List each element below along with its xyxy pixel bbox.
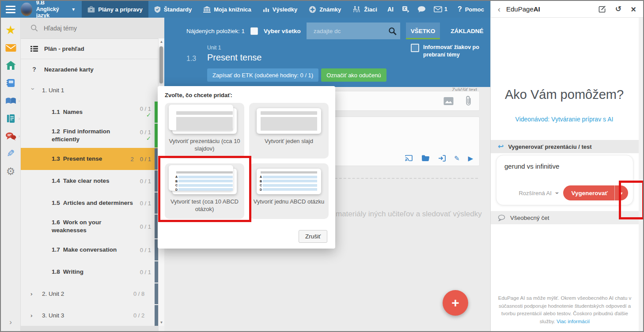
select-all-checkbox[interactable] <box>250 27 258 35</box>
history-icon[interactable]: ↺ <box>615 5 621 13</box>
chevron-down-icon: › <box>30 88 37 93</box>
materials-rail-button[interactable]: › <box>1 109 20 127</box>
ai-disclaimer: EduPage AI sa môže mýliť. Okrem všeobecn… <box>496 294 633 326</box>
option-create-single-question[interactable]: A B C D Vytvoriť jednu ABCD otázku <box>249 163 329 219</box>
tree-horizontal-scrollbar[interactable] <box>21 326 159 331</box>
play-icon[interactable]: ▶ <box>468 155 473 162</box>
new-chat-icon[interactable] <box>599 5 606 13</box>
tree-item-1-8[interactable]: 1.8Writing 0 / 1 <box>21 261 164 283</box>
rail-expand-hint: › <box>19 98 20 103</box>
filter-tab-all[interactable]: VŠETKO <box>406 23 440 39</box>
option-create-presentation[interactable]: Vytvoriť prezentáciu (cca 10 slajdov) <box>165 103 244 158</box>
inform-students-control[interactable]: Informovať žiakov po prebraní témy <box>411 44 481 59</box>
close-panel-icon[interactable]: × <box>631 5 636 14</box>
plan-overview-item[interactable]: Plán - prehľad <box>21 39 164 59</box>
option-create-single-slide[interactable]: Vytvoriť jeden slajd <box>249 103 329 158</box>
cast-icon[interactable] <box>405 155 413 162</box>
class-name-line2: Anglický jazyk <box>36 6 68 19</box>
notes-rail-button[interactable]: ✎ <box>1 145 20 162</box>
messages-count-badge: 1 <box>444 6 447 12</box>
chevron-right-icon: › <box>30 312 36 319</box>
tab-grades[interactable]: Známky <box>303 1 347 18</box>
tab-label: Žiaci <box>364 6 377 13</box>
left-icon-rail: ★ › › › ✎ ⚙ › <box>1 18 21 331</box>
settings-rail-button[interactable]: ⚙ <box>1 162 20 180</box>
more-info-link[interactable]: Viac informácií <box>557 319 590 324</box>
model-selector[interactable]: Rozšírená AI <box>519 190 551 196</box>
edupage-ai-title: EduPageAI <box>506 5 540 13</box>
tree-item-1-2[interactable]: 1.2Find information efficiently 0 / 1✓ <box>21 123 164 148</box>
model-caret-icon[interactable]: › <box>554 192 561 194</box>
cards-search-input[interactable] <box>313 27 388 35</box>
chat-button[interactable] <box>413 1 430 18</box>
topic-header: Nájdených položiek: 1 Vyber všetko VŠETK… <box>164 18 490 87</box>
scroll-up-icon[interactable]: ▲ <box>159 40 164 44</box>
tree-item-1-7[interactable]: 1.7Make conversation 0 / 1 <box>21 239 164 261</box>
item-number: 1.4 <box>52 177 60 184</box>
hamburger-menu-button[interactable] <box>1 1 20 18</box>
open-book-icon <box>5 97 16 105</box>
abcd-letter: A <box>175 175 178 178</box>
tree-item-1-3-selected[interactable]: 1.3Present tense 20 / 1 <box>21 148 164 170</box>
unit-label: 1. Unit 1 <box>42 87 64 94</box>
add-card-fab[interactable]: + <box>443 290 468 316</box>
folder-icon[interactable] <box>421 155 430 162</box>
cancel-button[interactable]: Zrušiť <box>299 230 327 243</box>
notebook-rail-button[interactable] <box>1 74 20 92</box>
tree-unit-3[interactable]: › 3. Unit 3 0 / 2 <box>21 305 164 326</box>
generate-section-title: Vygenerovať prezentáciu / test <box>508 143 591 150</box>
brand-bold: AI <box>534 5 540 13</box>
panel-back-icon[interactable]: ‹ <box>498 5 500 13</box>
mark-as-taught-button[interactable]: Označiť ako odučenú <box>321 68 386 82</box>
tab-plans-preparations[interactable]: Plány a prípravy <box>82 1 148 18</box>
tab-standards[interactable]: Štandardy <box>148 1 198 18</box>
image-icon[interactable] <box>443 97 454 105</box>
video-tutorial-link[interactable]: Videonávod: Vytváranie príprav s AI <box>491 116 638 123</box>
messages-button[interactable]: 1 <box>430 1 451 18</box>
home-rail-button[interactable] <box>1 57 20 74</box>
help-button[interactable]: ? Pomoc <box>451 5 490 13</box>
item-label: Writing <box>63 268 83 275</box>
item-count: 0 / 1 <box>140 178 151 185</box>
assign-icon[interactable] <box>438 155 446 162</box>
generate-button[interactable]: Vygenerovať <box>563 190 614 196</box>
tree-item-1-5[interactable]: 1.5Articles and determiners 0 / 1 <box>21 192 164 214</box>
library-rail-button[interactable]: › <box>1 92 20 109</box>
messages-rail-button[interactable]: › <box>1 127 20 145</box>
ai-menu-button[interactable]: AI <box>383 1 398 18</box>
tab-results[interactable]: Výsledky <box>257 1 303 18</box>
generate-section-header[interactable]: ↩ Vygenerovať prezentáciu / test <box>491 140 639 153</box>
topic-search-input[interactable] <box>43 24 160 32</box>
tree-item-1-6[interactable]: 1.6Work on your weaknesses 0 / 1 <box>21 214 164 239</box>
translate-button[interactable] <box>398 1 413 18</box>
search-icon <box>30 24 38 32</box>
filter-tab-basic[interactable]: ZÁKLADNÉ <box>446 23 488 39</box>
tab-students[interactable]: Žiaci <box>347 1 383 18</box>
mail-rail-button[interactable] <box>1 39 20 57</box>
favorites-button[interactable]: ★ <box>1 21 20 39</box>
class-selector[interactable]: 9.B Anglický jazyk ▾ <box>20 1 82 18</box>
tree-unit-2[interactable]: › 2. Unit 2 0 / 8 <box>21 283 164 305</box>
paperclip-icon[interactable] <box>466 96 471 106</box>
general-chat-section[interactable]: Všeobecný čet <box>491 211 639 224</box>
scrollbar-thumb[interactable] <box>159 46 163 83</box>
scroll-down-icon[interactable]: ▼ <box>159 321 164 324</box>
rail-expand-button[interactable]: › <box>9 318 12 327</box>
unassigned-cards-item[interactable]: ? Nezaradené karty <box>21 59 164 79</box>
inform-students-checkbox[interactable] <box>411 44 419 52</box>
modal-title: Zvoľte, čo chcete pridať: <box>165 92 328 98</box>
tab-my-library[interactable]: Moja knižnica <box>197 1 257 18</box>
tree-item-1-4[interactable]: 1.4Take clear notes 0 / 1 <box>21 170 164 192</box>
write-to-etk-button[interactable]: Zapísať do ETK (odučené hodiny: 0 / 1) <box>207 68 318 82</box>
item-label: Articles and determiners <box>63 200 133 206</box>
mail-icon <box>434 6 442 12</box>
edit-pencil-icon[interactable]: ✎ <box>454 155 460 162</box>
ai-panel-scrollbar[interactable] <box>639 18 643 331</box>
briefcase-icon <box>87 6 95 13</box>
generate-dropdown-button[interactable]: ▾ <box>615 191 628 196</box>
tree-item-1-1[interactable]: 1.1Names 0 / 1✓ <box>21 101 164 123</box>
tree-unit-1[interactable]: › 1. Unit 1 <box>21 79 164 101</box>
item-count: 0 / 1 <box>140 129 151 136</box>
option-create-test[interactable]: A B C D Vytvoriť test (cca 10 ABCD otázo… <box>165 163 244 219</box>
prompt-input[interactable]: gerund vs infinitive <box>496 155 633 177</box>
